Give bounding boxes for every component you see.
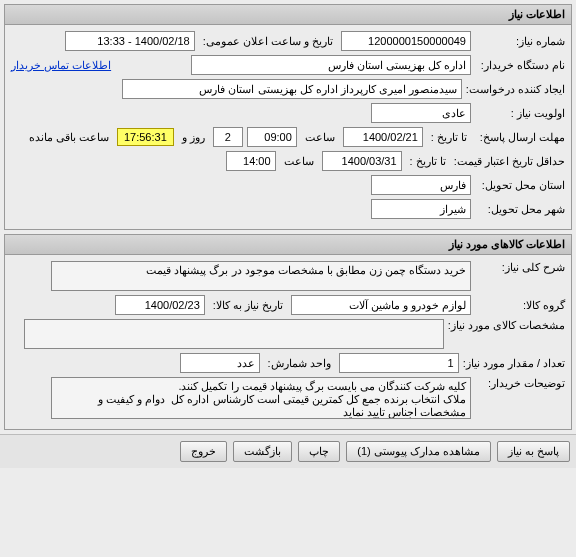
requester-field bbox=[122, 79, 462, 99]
desc-label: شرح کلی نیاز: bbox=[475, 261, 565, 274]
panel-need-info: اطلاعات نیاز شماره نیاز: تاریخ و ساعت اع… bbox=[4, 4, 572, 230]
province-label: استان محل تحویل: bbox=[475, 179, 565, 192]
org-label: نام دستگاه خریدار: bbox=[475, 59, 565, 72]
button-bar: پاسخ به نیاز مشاهده مدارک پیوستی (1) چاپ… bbox=[0, 434, 576, 468]
deadline-to-label: تا تاریخ : bbox=[427, 131, 471, 144]
days-field bbox=[213, 127, 243, 147]
need-no-label: شماره نیاز: bbox=[475, 35, 565, 48]
print-button[interactable]: چاپ bbox=[298, 441, 340, 462]
remain-label: ساعت باقی مانده bbox=[25, 131, 113, 144]
deadline-label: مهلت ارسال پاسخ: bbox=[475, 131, 565, 144]
panel-need-info-title: اطلاعات نیاز bbox=[5, 5, 571, 25]
deadline-date-field bbox=[343, 127, 423, 147]
back-button[interactable]: بازگشت bbox=[233, 441, 292, 462]
group-label: گروه کالا: bbox=[475, 299, 565, 312]
pub-dt-label: تاریخ و ساعت اعلان عمومی: bbox=[199, 35, 337, 48]
priority-label: اولویت نیاز : bbox=[475, 107, 565, 120]
deadline-time-field bbox=[247, 127, 297, 147]
need-no-field bbox=[341, 31, 471, 51]
countdown-timer: 17:56:31 bbox=[117, 128, 174, 146]
requester-label: ایجاد کننده درخواست: bbox=[466, 83, 565, 96]
priority-field bbox=[371, 103, 471, 123]
province-field bbox=[371, 175, 471, 195]
group-field bbox=[291, 295, 471, 315]
panel-goods-info-body: شرح کلی نیاز: گروه کالا: تاریخ نیاز به ک… bbox=[5, 255, 571, 429]
pub-dt-field bbox=[65, 31, 195, 51]
notes-label: توضیحات خریدار: bbox=[475, 377, 565, 390]
days-label: روز و bbox=[178, 131, 209, 144]
org-field bbox=[191, 55, 471, 75]
min-credit-time-field bbox=[226, 151, 276, 171]
panel-goods-info: اطلاعات کالاهای مورد نیاز شرح کلی نیاز: … bbox=[4, 234, 572, 430]
panel-need-info-body: شماره نیاز: تاریخ و ساعت اعلان عمومی: نا… bbox=[5, 25, 571, 229]
reply-button[interactable]: پاسخ به نیاز bbox=[497, 441, 570, 462]
deadline-time-label: ساعت bbox=[301, 131, 339, 144]
contact-link[interactable]: اطلاعات تماس خریدار bbox=[11, 59, 111, 72]
view-attachments-button[interactable]: مشاهده مدارک پیوستی (1) bbox=[346, 441, 491, 462]
qty-field bbox=[339, 353, 459, 373]
min-credit-date-field bbox=[322, 151, 402, 171]
exit-button[interactable]: خروج bbox=[180, 441, 227, 462]
unit-field bbox=[180, 353, 260, 373]
need-date-field bbox=[115, 295, 205, 315]
qty-label: تعداد / مقدار مورد نیاز: bbox=[463, 357, 565, 370]
notes-field bbox=[51, 377, 471, 419]
city-field bbox=[371, 199, 471, 219]
min-credit-time-label: ساعت bbox=[280, 155, 318, 168]
min-credit-to-label: تا تاریخ : bbox=[406, 155, 450, 168]
spec-field bbox=[24, 319, 444, 349]
need-date-label: تاریخ نیاز به کالا: bbox=[209, 299, 287, 312]
min-credit-label: حداقل تاریخ اعتبار قیمت: bbox=[454, 155, 565, 168]
desc-field bbox=[51, 261, 471, 291]
city-label: شهر محل تحویل: bbox=[475, 203, 565, 216]
spec-label: مشخصات کالای مورد نیاز: bbox=[448, 319, 565, 332]
panel-goods-info-title: اطلاعات کالاهای مورد نیاز bbox=[5, 235, 571, 255]
unit-label: واحد شمارش: bbox=[264, 357, 335, 370]
